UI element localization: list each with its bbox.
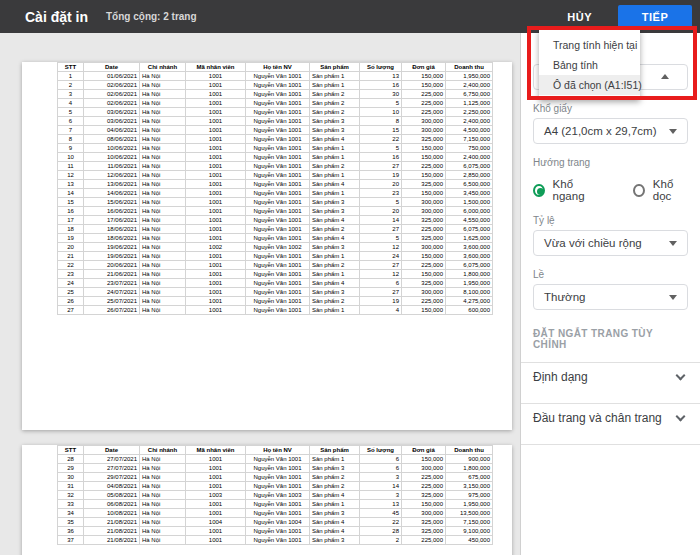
radio-portrait[interactable]: Khổ dọc [633, 178, 688, 202]
table-cell: 1001 [186, 500, 246, 509]
table-cell: 6,075,000 [446, 225, 493, 234]
table-cell: Sản phẩm 1 [310, 189, 360, 198]
column-header: Số lượng [360, 63, 402, 72]
table-cell: 10/06/2021 [84, 144, 140, 153]
menu-item-selected-cells[interactable]: Ô đã chọn (A1:I51) [539, 75, 640, 95]
section-formatting[interactable]: Định dạng [533, 363, 688, 391]
table-cell: 13 [360, 500, 402, 509]
table-cell: 325,000 [402, 135, 446, 144]
table-cell: 450,000 [446, 536, 493, 545]
table-cell: Nguyễn Văn 1001 [246, 72, 310, 81]
table-cell: 21/06/2021 [84, 270, 140, 279]
print-settings-dialog: Cài đặt in Tổng cộng: 2 trang HỦY TIẾP S… [0, 0, 700, 555]
table-cell: Nguyễn Văn 1001 [246, 198, 310, 207]
table-cell: Nguyễn Văn 1001 [246, 153, 310, 162]
table-cell: 28 [58, 455, 84, 464]
table-cell: Sản phẩm 2 [310, 99, 360, 108]
table-cell: 10/08/2021 [84, 509, 140, 518]
table-cell: 1,950,000 [446, 72, 493, 81]
table-row: 1717/06/2021Hà Nội1001Nguyễn Văn 1001Sản… [58, 216, 493, 225]
table-cell: Hà Nội [140, 491, 186, 500]
table-cell: 150,000 [402, 144, 446, 153]
table-cell: Nguyễn Văn 1001 [246, 464, 310, 473]
column-header: Date [84, 63, 140, 72]
table-cell: 600,000 [446, 306, 493, 315]
table-row: 3521/08/2021Hà Nội1004Nguyễn Văn 1004Sản… [58, 518, 493, 527]
table-row: 503/06/2021Hà Nội1001Nguyễn Văn 1001Sản … [58, 108, 493, 117]
scale-select[interactable]: Vừa với chiều rộng [533, 230, 688, 256]
table-cell: Sản phẩm 2 [310, 90, 360, 99]
cancel-button[interactable]: HỦY [567, 11, 592, 23]
table-cell: Sản phẩm 2 [310, 108, 360, 117]
table-cell: 32 [58, 491, 84, 500]
table-cell: Sản phẩm 1 [310, 72, 360, 81]
table-cell: Hà Nội [140, 180, 186, 189]
table-cell: 20 [360, 207, 402, 216]
table-cell: 5 [360, 99, 402, 108]
table-cell: Nguyễn Văn 1001 [246, 99, 310, 108]
table-cell: 6 [58, 117, 84, 126]
total-pages-label: Tổng cộng: 2 trang [106, 11, 197, 22]
table-cell: 2,400,000 [446, 117, 493, 126]
table-cell: 325,000 [402, 518, 446, 527]
table-cell: 26/07/2021 [84, 306, 140, 315]
section-headers-footers[interactable]: Đầu trang và chân trang [533, 404, 688, 432]
table-cell: 3,600,000 [446, 252, 493, 261]
table-cell: 24 [58, 279, 84, 288]
table-row: 2321/06/2021Hà Nội1001Nguyễn Văn 1001Sản… [58, 270, 493, 279]
menu-item-current-sheet[interactable]: Trang tính hiện tại [539, 35, 640, 55]
table-cell: 13 [58, 180, 84, 189]
table-cell: Hà Nội [140, 306, 186, 315]
paper-size-select[interactable]: A4 (21,0cm x 29,7cm) [533, 118, 688, 144]
table-cell: Nguyễn Văn 1001 [246, 216, 310, 225]
table-cell: 23 [58, 270, 84, 279]
table-cell: 1001 [186, 207, 246, 216]
margins-label: Lề [533, 269, 688, 280]
table-cell: 8,100,000 [446, 288, 493, 297]
table-cell: 01/06/2021 [84, 72, 140, 81]
table-cell: Hà Nội [140, 234, 186, 243]
print-preview-area[interactable]: STTDateChi nhánhMã nhân viênHọ tên NVSản… [0, 33, 520, 555]
table-cell: 14 [360, 482, 402, 491]
chevron-down-icon [676, 370, 686, 380]
chevron-down-icon [676, 411, 686, 421]
table-cell: 1 [58, 72, 84, 81]
table-cell: 2,400,000 [446, 81, 493, 90]
table-cell: Nguyễn Văn 1001 [246, 279, 310, 288]
table-cell: Sản phẩm 4 [310, 491, 360, 500]
orientation-radio-group: Khổ ngang Khổ dọc [533, 178, 688, 202]
custom-page-breaks-button[interactable]: ĐẶT NGẮT TRANG TÙY CHỈNH [533, 328, 688, 350]
table-row: 2827/07/2021Hà Nội1001Nguyễn Văn 1001Sản… [58, 455, 493, 464]
table-cell: Nguyễn Văn 1001 [246, 117, 310, 126]
table-cell: 1001 [186, 171, 246, 180]
table-cell: 12 [360, 243, 402, 252]
table-cell: 12 [360, 270, 402, 279]
table-row: 101/06/2021Hà Nội1001Nguyễn Văn 1001Sản … [58, 72, 493, 81]
table-cell: 1001 [186, 126, 246, 135]
table-cell: 150,000 [402, 189, 446, 198]
radio-landscape[interactable]: Khổ ngang [533, 178, 599, 202]
table-cell: 300,000 [402, 126, 446, 135]
column-header: Mã nhân viên [186, 63, 246, 72]
table-cell: 1001 [186, 279, 246, 288]
table-cell: 1001 [186, 482, 246, 491]
margins-select[interactable]: Thường [533, 284, 688, 310]
table-cell: Nguyễn Văn 1001 [246, 144, 310, 153]
table-cell: 27 [58, 306, 84, 315]
column-header: Doanh thu [446, 446, 493, 455]
radio-selected-icon [533, 184, 545, 197]
menu-item-workbook[interactable]: Bảng tính [539, 55, 640, 75]
table-cell: 1004 [186, 518, 246, 527]
table-cell: 1001 [186, 473, 246, 482]
chevron-down-icon [669, 129, 677, 134]
table-cell: 18/06/2021 [84, 225, 140, 234]
next-button[interactable]: TIẾP [618, 5, 692, 28]
table-cell: 30 [58, 473, 84, 482]
table-cell: 4 [58, 99, 84, 108]
table-cell: Hà Nội [140, 509, 186, 518]
table-cell: 300,000 [402, 464, 446, 473]
table-cell: 225,000 [402, 99, 446, 108]
table-cell: 8 [58, 135, 84, 144]
margins-value: Thường [544, 291, 669, 303]
table-cell: 1001 [186, 270, 246, 279]
